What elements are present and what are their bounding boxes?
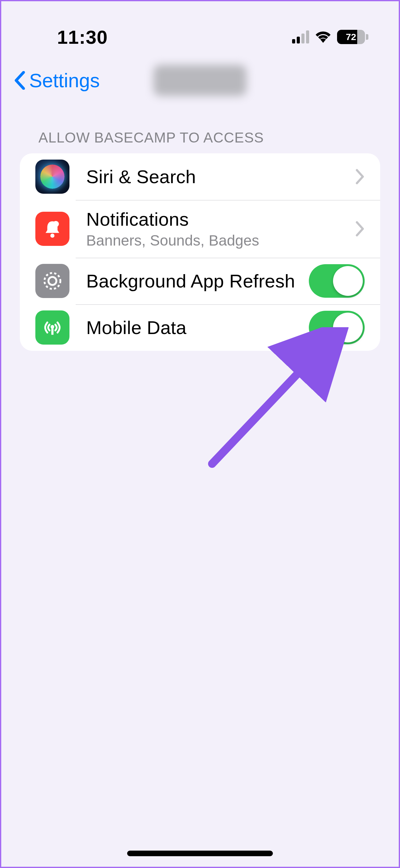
row-siri-search[interactable]: Siri & Search [20, 153, 380, 200]
svg-line-6 [212, 340, 330, 464]
siri-icon [35, 160, 69, 194]
row-title: Mobile Data [86, 317, 309, 338]
row-title: Background App Refresh [86, 270, 309, 292]
row-mobile-data: Mobile Data [20, 304, 380, 351]
gear-icon [35, 264, 69, 298]
toggle-background-app-refresh[interactable] [309, 264, 365, 298]
chevron-right-icon [355, 169, 365, 184]
battery-percent: 72 [346, 32, 356, 42]
row-subtitle: Banners, Sounds, Badges [86, 232, 355, 249]
row-notifications[interactable]: Notifications Banners, Sounds, Badges [20, 200, 380, 258]
status-time: 11:30 [26, 26, 108, 48]
back-label: Settings [29, 69, 100, 92]
home-indicator[interactable] [127, 850, 273, 856]
antenna-icon [35, 310, 69, 345]
row-title: Siri & Search [86, 166, 355, 187]
status-right: 72 [292, 30, 374, 44]
svg-point-0 [50, 234, 54, 238]
battery-icon: 72 [337, 30, 368, 44]
svg-rect-5 [52, 327, 54, 335]
nav-bar: Settings [1, 54, 399, 107]
wifi-icon [315, 31, 331, 43]
svg-point-3 [44, 273, 60, 289]
chevron-right-icon [355, 221, 365, 237]
cellular-signal-icon [292, 30, 309, 43]
toggle-mobile-data[interactable] [309, 311, 365, 344]
svg-point-1 [53, 221, 59, 227]
status-bar: 11:30 72 [1, 1, 399, 54]
svg-point-2 [48, 277, 57, 285]
back-button[interactable]: Settings [14, 69, 100, 92]
chevron-left-icon [14, 71, 26, 90]
settings-list: Siri & Search Notifications Banners, Sou… [20, 153, 380, 351]
page-title-redacted [154, 65, 246, 96]
bell-icon [35, 212, 69, 246]
section-header: ALLOW BASECAMP TO ACCESS [1, 107, 399, 153]
row-title: Notifications [86, 209, 355, 230]
row-background-app-refresh: Background App Refresh [20, 258, 380, 304]
